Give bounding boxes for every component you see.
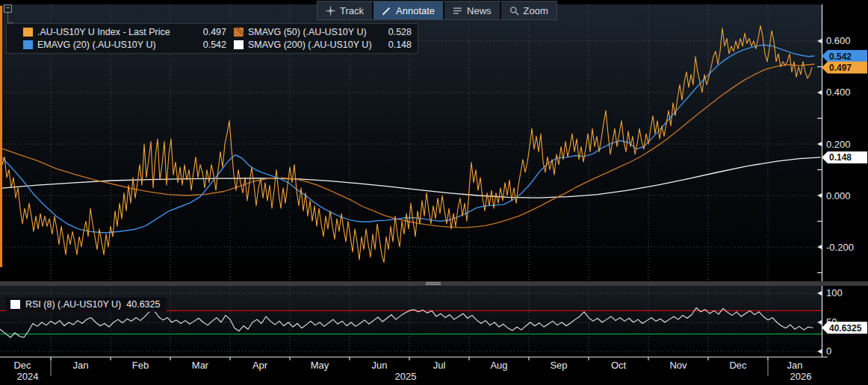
month-label: Jun	[372, 360, 388, 371]
legend-value: 0.542	[196, 40, 226, 50]
news-lines-icon	[453, 6, 462, 16]
zoom-button-label: Zoom	[524, 5, 548, 16]
track-crosshair-icon	[326, 6, 335, 16]
month-label: May	[311, 360, 329, 371]
terminal-chart-screen: 0.6000.4000.2000.000-0.200100500DecJanFe…	[0, 0, 868, 385]
y-tick-label: 0.600	[826, 35, 851, 46]
month-label: Apr	[252, 360, 268, 371]
zoom-button[interactable]: Zoom	[501, 1, 557, 19]
news-button-label: News	[467, 5, 492, 16]
smavg-50-swatch	[234, 28, 244, 37]
legend-value: 0.148	[382, 40, 412, 50]
month-label: Jul	[433, 360, 446, 371]
rsi-legend-value: 40.6325	[126, 299, 160, 310]
rsi-plot-background	[0, 286, 822, 357]
panel-select-bar	[0, 6, 2, 267]
track-button-label: Track	[340, 5, 364, 16]
price-tag-value: 40.6325	[829, 323, 862, 334]
news-button[interactable]: News	[444, 1, 500, 19]
month-label: Aug	[490, 360, 507, 371]
x-axis-labels: DecJanFebMarAprMayJunJulAugSepOctNovDecJ…	[13, 360, 811, 382]
rsi-legend[interactable]: RSI (8) (.AU-US10Y U) 40.6325	[6, 298, 167, 312]
annotate-button-label: Annotate	[396, 5, 435, 16]
legend-label: EMAVG (20) (.AU-US10Y U)	[37, 40, 192, 50]
legend-item-last-price[interactable]: .AU-US10Y U Index - Last Price 0.497	[23, 25, 226, 38]
month-label: Jan	[787, 360, 803, 371]
annotate-button[interactable]: Annotate	[373, 1, 443, 19]
legend-item-emavg-20[interactable]: EMAVG (20) (.AU-US10Y U) 0.542	[23, 38, 226, 51]
y-tick-label: 0.200	[826, 139, 851, 150]
month-label: Feb	[132, 360, 149, 371]
chart-toolbar: Track Annotate News Zoom	[317, 1, 557, 20]
axis-price-tag: 40.6325	[822, 322, 867, 334]
legend-item-smavg-200[interactable]: SMAVG (200) (.AU-US10Y U) 0.148	[234, 38, 412, 51]
month-label: Sep	[550, 360, 567, 371]
rsi-swatch	[10, 300, 20, 309]
chart-canvas[interactable]: 0.6000.4000.2000.000-0.200100500DecJanFe…	[0, 0, 868, 385]
panel-divider	[0, 281, 868, 286]
legend-label: SMAVG (200) (.AU-US10Y U)	[248, 40, 377, 50]
y-tick-label: 0.400	[826, 87, 851, 98]
legend-label: .AU-US10Y U Index - Last Price	[37, 27, 192, 37]
price-tag-value: 0.148	[829, 152, 852, 163]
track-button[interactable]: Track	[317, 1, 372, 19]
emavg-20-swatch	[23, 40, 33, 49]
month-label: Oct	[611, 360, 627, 371]
y-tick-label: 0.000	[826, 190, 851, 201]
price-tag-value: 0.497	[829, 63, 852, 73]
legend-value: 0.497	[196, 27, 226, 37]
month-label: Dec	[729, 360, 747, 371]
month-label: Jan	[73, 360, 89, 371]
legend-item-smavg-50[interactable]: SMAVG (50) (.AU-US10Y U) 0.528	[234, 25, 412, 38]
price-tag-value: 0.542	[829, 51, 852, 62]
legend-label: SMAVG (50) (.AU-US10Y U)	[248, 27, 377, 37]
y-tick-label: 0	[826, 345, 831, 357]
year-label: 2024	[17, 371, 39, 382]
axis-price-tag: 0.497	[822, 62, 867, 74]
last-price-swatch	[23, 28, 33, 37]
main-chart-legend: .AU-US10Y U Index - Last Price 0.497 EMA…	[6, 23, 418, 54]
legend-collapse-icon[interactable]: −	[4, 4, 12, 13]
month-label: Dec	[13, 360, 31, 371]
month-label: Nov	[669, 360, 687, 371]
year-label: 2026	[790, 371, 812, 382]
month-label: Mar	[192, 360, 209, 371]
magnifier-icon	[509, 6, 519, 16]
rsi-legend-label: RSI (8) (.AU-US10Y U)	[25, 299, 121, 310]
axis-price-tag: 0.542	[822, 50, 867, 62]
pencil-icon	[382, 6, 391, 16]
axis-price-tag: 0.148	[822, 151, 867, 163]
y-tick-label: -0.200	[826, 242, 854, 253]
legend-value: 0.528	[382, 27, 412, 37]
smavg-200-swatch	[234, 40, 244, 49]
y-tick-label: 100	[826, 287, 843, 298]
year-label: 2025	[395, 371, 417, 382]
